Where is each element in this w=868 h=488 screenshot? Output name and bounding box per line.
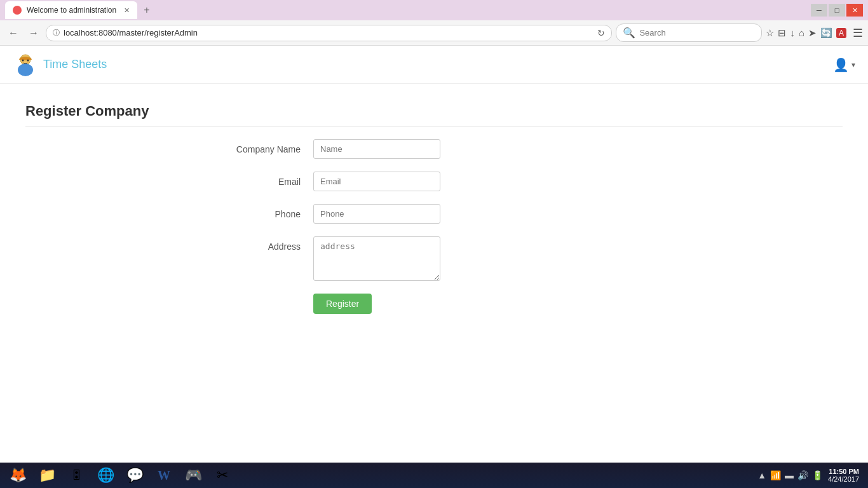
- taskbar-app-files[interactable]: 📁: [33, 464, 61, 486]
- bookmark-star-icon[interactable]: ☆: [766, 27, 774, 39]
- search-icon: 🔍: [623, 27, 635, 39]
- brand-logo-icon: [13, 52, 38, 78]
- main-content: Register Company Company Name Email Phon…: [0, 84, 868, 333]
- battery-icon: 🔋: [812, 470, 823, 480]
- files-icon: 📁: [39, 467, 56, 484]
- page-title: Register Company: [25, 103, 843, 119]
- lock-icon: ⓘ: [53, 28, 60, 37]
- navbar: Time Sheets 👤 ▾: [0, 46, 868, 84]
- reload-button[interactable]: ↻: [597, 28, 605, 38]
- taskbar-app-audio[interactable]: 🎛: [62, 464, 90, 486]
- company-name-input[interactable]: [313, 139, 440, 159]
- minimize-button[interactable]: ─: [811, 4, 827, 17]
- taskbar-date: 4/24/2017: [828, 475, 859, 483]
- firefox-icon: 🦊: [10, 467, 27, 484]
- system-icons: ▲ 📶 ▬ 🔊 🔋: [757, 470, 823, 480]
- company-name-field-group: Company Name: [212, 139, 656, 159]
- back-button[interactable]: ←: [5, 26, 22, 40]
- network-up-icon: ▲: [757, 470, 766, 480]
- register-form: Company Name Email Phone Address Registe…: [212, 139, 656, 314]
- skype-icon: 💬: [126, 467, 144, 484]
- taskbar-system-tray: ▲ 📶 ▬ 🔊 🔋 11:50 PM 4/24/2017: [757, 468, 864, 483]
- audio-icon: 🎛: [71, 469, 82, 482]
- svg-point-4: [27, 59, 29, 61]
- send-icon[interactable]: ➤: [808, 27, 817, 39]
- forward-button[interactable]: →: [25, 26, 42, 40]
- taskbar-clock: 11:50 PM 4/24/2017: [828, 468, 859, 483]
- taskbar-app-game[interactable]: 🎮: [179, 464, 207, 486]
- company-name-label: Company Name: [212, 139, 313, 154]
- address-input[interactable]: [313, 236, 440, 281]
- taskbar-app-chrome[interactable]: 🌐: [92, 464, 119, 486]
- svg-point-2: [18, 64, 33, 76]
- tab-close-button[interactable]: ✕: [124, 6, 130, 15]
- volume-icon: 🔊: [797, 470, 808, 480]
- home-icon[interactable]: ⌂: [799, 27, 804, 38]
- chrome-icon: 🌐: [97, 467, 114, 484]
- game-icon: 🎮: [185, 467, 202, 484]
- page-title-section: Register Company: [25, 103, 843, 126]
- phone-input[interactable]: [313, 204, 440, 224]
- svg-point-3: [22, 59, 24, 61]
- signal-icon: 📶: [770, 470, 781, 480]
- address-bar: ← → ⓘ localhost:8080/master/registerAdmi…: [0, 20, 868, 46]
- bookmark-list-icon[interactable]: ⊟: [778, 27, 786, 39]
- download-icon[interactable]: ↓: [790, 27, 795, 38]
- email-input[interactable]: [313, 172, 440, 191]
- address-box[interactable]: ⓘ localhost:8080/master/registerAdmin ↻: [46, 25, 612, 41]
- taskbar: 🦊 📁 🎛 🌐 💬 W 🎮 ✂ ▲ 📶 ▬ 🔊 🔋 11:50 PM 4/24/…: [0, 463, 868, 488]
- phone-field-group: Phone: [212, 204, 656, 224]
- window-controls: ─ □ ✕: [811, 4, 863, 17]
- brand-name: Time Sheets: [43, 58, 107, 71]
- search-input[interactable]: [639, 28, 755, 37]
- network-bars-icon: ▬: [785, 470, 794, 480]
- user-menu-button[interactable]: 👤: [833, 57, 849, 72]
- menu-button[interactable]: ☰: [853, 26, 863, 40]
- tab-favicon-icon: [13, 6, 22, 15]
- search-box[interactable]: 🔍: [616, 24, 762, 42]
- address-text: localhost:8080/master/registerAdmin: [64, 28, 593, 37]
- taskbar-app-skype[interactable]: 💬: [121, 464, 149, 486]
- maximize-button[interactable]: □: [829, 4, 845, 17]
- word-icon: W: [158, 468, 170, 483]
- scissors-icon: ✂: [217, 467, 228, 484]
- taskbar-app-scissors[interactable]: ✂: [208, 464, 236, 486]
- taskbar-app-firefox[interactable]: 🦊: [4, 464, 32, 486]
- tab-title: Welcome to administration: [27, 6, 116, 15]
- address-field-group: Address: [212, 236, 656, 281]
- close-button[interactable]: ✕: [846, 4, 863, 17]
- navbar-brand[interactable]: Time Sheets: [13, 52, 107, 78]
- taskbar-app-word[interactable]: W: [150, 464, 178, 486]
- page-content: Time Sheets 👤 ▾ Register Company Company…: [0, 46, 868, 463]
- register-button-wrapper: Register: [212, 294, 656, 314]
- avatar-icon[interactable]: A: [836, 28, 846, 38]
- email-field-group: Email: [212, 172, 656, 191]
- user-dropdown-arrow-icon[interactable]: ▾: [851, 60, 855, 69]
- register-button[interactable]: Register: [313, 294, 372, 314]
- phone-label: Phone: [212, 204, 313, 219]
- navbar-right: 👤 ▾: [833, 57, 855, 72]
- sync-icon[interactable]: 🔄: [820, 27, 832, 39]
- taskbar-time: 11:50 PM: [828, 468, 859, 475]
- new-tab-button[interactable]: +: [140, 4, 153, 16]
- email-label: Email: [212, 172, 313, 187]
- browser-titlebar: Welcome to administration ✕ + ─ □ ✕: [0, 0, 868, 20]
- address-label: Address: [212, 236, 313, 252]
- browser-tab[interactable]: Welcome to administration ✕: [5, 1, 137, 19]
